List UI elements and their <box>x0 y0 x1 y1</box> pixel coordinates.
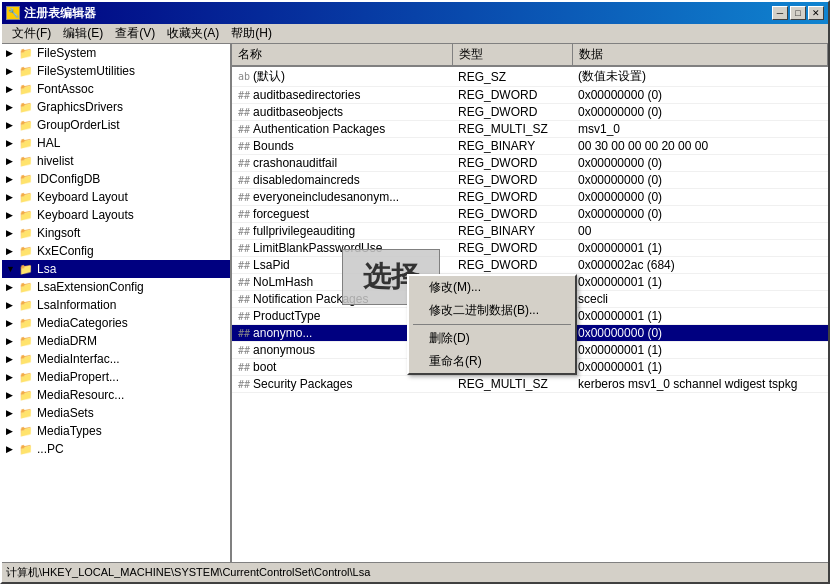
reg-data-cell: (数值未设置) <box>572 66 828 87</box>
folder-icon <box>18 207 34 223</box>
tree-item-mediatypes[interactable]: ▶ MediaTypes <box>2 422 230 440</box>
ctx-delete[interactable]: 删除(D) <box>409 327 575 350</box>
main-window: 🔧 注册表编辑器 ─ □ ✕ 文件(F) 编辑(E) 查看(V) 收藏夹(A) … <box>0 0 830 584</box>
reg-data-cell: 0x00000000 (0) <box>572 87 828 104</box>
expand-arrow: ▶ <box>6 156 16 166</box>
tree-item-keyboard-layout[interactable]: ▶ Keyboard Layout <box>2 188 230 206</box>
tree-item-more[interactable]: ▶ ...PC <box>2 440 230 458</box>
folder-icon <box>18 135 34 151</box>
reg-name-cell: ab(默认) <box>232 66 452 87</box>
reg-data-cell: scecli <box>572 291 828 308</box>
table-row[interactable]: ##auditbaseobjects REG_DWORD 0x00000000 … <box>232 104 828 121</box>
reg-data-cell: 0x000002ac (684) <box>572 257 828 274</box>
reg-value-icon: ## <box>238 124 250 135</box>
tree-item-graphicsdrivers[interactable]: ▶ GraphicsDrivers <box>2 98 230 116</box>
reg-data-cell: 00 30 00 00 00 20 00 00 <box>572 138 828 155</box>
tree-item-fontassoc[interactable]: ▶ FontAssoc <box>2 80 230 98</box>
folder-icon <box>18 189 34 205</box>
expand-arrow: ▶ <box>6 138 16 148</box>
tree-item-lsa[interactable]: ▼ Lsa <box>2 260 230 278</box>
expand-arrow: ▶ <box>6 174 16 184</box>
expand-arrow: ▶ <box>6 444 16 454</box>
tree-item-mediaresource[interactable]: ▶ MediaResourc... <box>2 386 230 404</box>
table-row[interactable]: ##Authentication Packages REG_MULTI_SZ m… <box>232 121 828 138</box>
table-row[interactable]: ##Bounds REG_BINARY 00 30 00 00 00 20 00… <box>232 138 828 155</box>
folder-icon <box>18 423 34 439</box>
reg-value-icon: ## <box>238 328 250 339</box>
folder-icon <box>18 387 34 403</box>
reg-value-icon: ab <box>238 71 250 82</box>
tree-item-filesystem[interactable]: ▶ FileSystem <box>2 44 230 62</box>
minimize-button[interactable]: ─ <box>772 6 788 20</box>
folder-icon <box>18 351 34 367</box>
col-name[interactable]: 名称 <box>232 44 452 66</box>
reg-value-icon: ## <box>238 226 250 237</box>
reg-name-cell: ##disabledomaincreds <box>232 172 452 189</box>
window-icon: 🔧 <box>6 6 20 20</box>
folder-icon <box>18 279 34 295</box>
reg-value-icon: ## <box>238 158 250 169</box>
menu-file[interactable]: 文件(F) <box>6 23 57 44</box>
col-type[interactable]: 类型 <box>452 44 572 66</box>
tree-item-lsainformation[interactable]: ▶ LsaInformation <box>2 296 230 314</box>
reg-data-cell: 0x00000000 (0) <box>572 325 828 342</box>
menu-favorites[interactable]: 收藏夹(A) <box>161 23 225 44</box>
tree-item-keyboard-layouts[interactable]: ▶ Keyboard Layouts <box>2 206 230 224</box>
menu-edit[interactable]: 编辑(E) <box>57 23 109 44</box>
tree-panel: ▶ FileSystem ▶ FileSystemUtilities ▶ Fon… <box>2 44 232 562</box>
tree-item-mediainterface[interactable]: ▶ MediaInterfac... <box>2 350 230 368</box>
reg-type-cell: REG_DWORD <box>452 172 572 189</box>
table-row[interactable]: ##everyoneincludesanonym... REG_DWORD 0x… <box>232 189 828 206</box>
reg-data-cell: msv1_0 <box>572 121 828 138</box>
reg-data-cell: 0x00000000 (0) <box>572 104 828 121</box>
tree-item-mediaproperties[interactable]: ▶ MediaPropert... <box>2 368 230 386</box>
expand-arrow: ▶ <box>6 210 16 220</box>
reg-data-cell: 0x00000001 (1) <box>572 308 828 325</box>
ctx-rename[interactable]: 重命名(R) <box>409 350 575 373</box>
reg-type-cell: REG_DWORD <box>452 189 572 206</box>
reg-name-cell: ##everyoneincludesanonym... <box>232 189 452 206</box>
reg-value-icon: ## <box>238 243 250 254</box>
table-row[interactable]: ##LimitBlankPasswordUse REG_DWORD 0x0000… <box>232 240 828 257</box>
tree-item-mediadrm[interactable]: ▶ MediaDRM <box>2 332 230 350</box>
folder-icon <box>18 333 34 349</box>
tree-item-grouporderlist[interactable]: ▶ GroupOrderList <box>2 116 230 134</box>
tree-item-kingsoft[interactable]: ▶ Kingsoft <box>2 224 230 242</box>
table-row[interactable]: ##LsaPid REG_DWORD 0x000002ac (684) <box>232 257 828 274</box>
table-row[interactable]: ##disabledomaincreds REG_DWORD 0x0000000… <box>232 172 828 189</box>
reg-type-cell: REG_DWORD <box>452 155 572 172</box>
table-row[interactable]: ##auditbasedirectories REG_DWORD 0x00000… <box>232 87 828 104</box>
tree-item-kxeconfig[interactable]: ▶ KxEConfig <box>2 242 230 260</box>
folder-icon <box>18 171 34 187</box>
table-row[interactable]: ##fullprivilegeauditing REG_BINARY 00 <box>232 223 828 240</box>
tree-item-idconfigdb[interactable]: ▶ IDConfigDB <box>2 170 230 188</box>
title-bar-buttons: ─ □ ✕ <box>772 6 824 20</box>
reg-value-icon: ## <box>238 311 250 322</box>
table-row[interactable]: ##forceguest REG_DWORD 0x00000000 (0) <box>232 206 828 223</box>
tree-item-lsaextensionconfig[interactable]: ▶ LsaExtensionConfig <box>2 278 230 296</box>
reg-value-icon: ## <box>238 90 250 101</box>
maximize-button[interactable]: □ <box>790 6 806 20</box>
reg-type-cell: REG_DWORD <box>452 240 572 257</box>
close-button[interactable]: ✕ <box>808 6 824 20</box>
reg-type-cell: REG_BINARY <box>452 223 572 240</box>
tree-item-mediacategories[interactable]: ▶ MediaCategories <box>2 314 230 332</box>
folder-icon <box>18 405 34 421</box>
table-row[interactable]: ab(默认) REG_SZ (数值未设置) <box>232 66 828 87</box>
tree-item-hal[interactable]: ▶ HAL <box>2 134 230 152</box>
folder-icon-open <box>18 261 34 277</box>
tree-item-filesystemutilities[interactable]: ▶ FileSystemUtilities <box>2 62 230 80</box>
col-data[interactable]: 数据 <box>572 44 828 66</box>
table-row[interactable]: ##crashonauditfail REG_DWORD 0x00000000 … <box>232 155 828 172</box>
tree-item-hivelist[interactable]: ▶ hivelist <box>2 152 230 170</box>
menu-help[interactable]: 帮助(H) <box>225 23 278 44</box>
folder-icon <box>18 369 34 385</box>
reg-name-cell: ##crashonauditfail <box>232 155 452 172</box>
reg-name-cell: ##Bounds <box>232 138 452 155</box>
table-row[interactable]: ##Security Packages REG_MULTI_SZ kerbero… <box>232 376 828 393</box>
menu-view[interactable]: 查看(V) <box>109 23 161 44</box>
ctx-modify-binary[interactable]: 修改二进制数据(B)... <box>409 299 575 322</box>
ctx-modify[interactable]: 修改(M)... <box>409 276 575 299</box>
folder-icon <box>18 45 34 61</box>
tree-item-mediasets[interactable]: ▶ MediaSets <box>2 404 230 422</box>
